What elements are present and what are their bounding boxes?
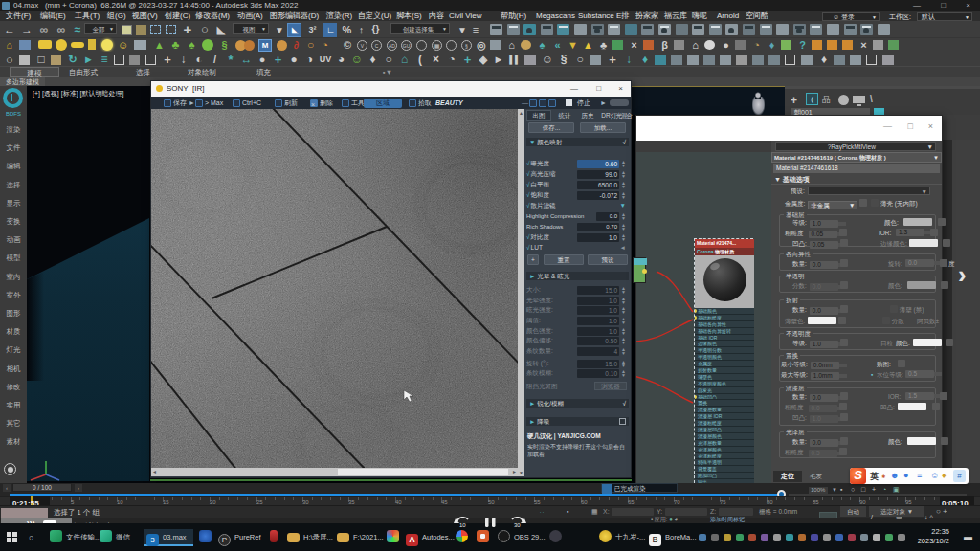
- svg-text:30: 30: [514, 522, 521, 528]
- svg-text:10: 10: [459, 522, 466, 528]
